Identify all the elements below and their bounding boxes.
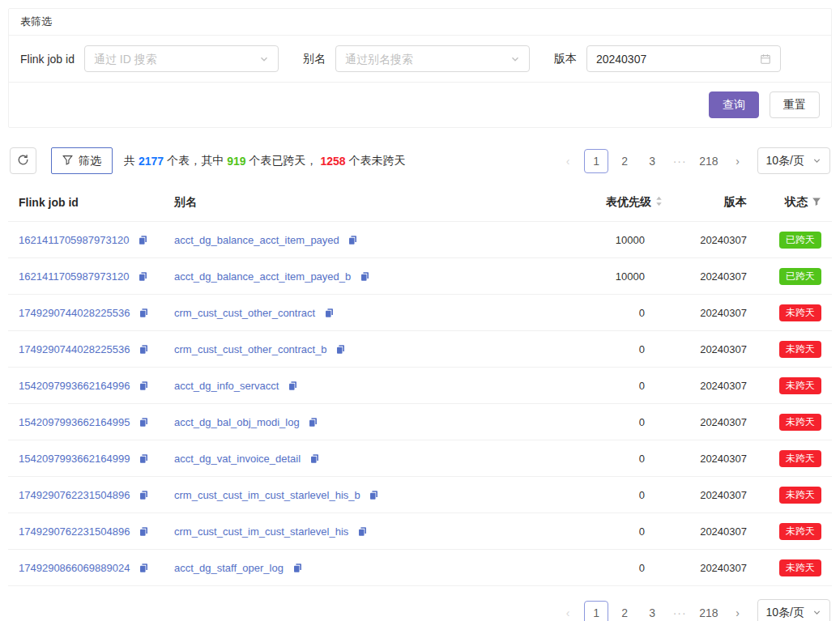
alias-link[interactable]: crm_cust_cust_im_cust_starlevel_his_b	[174, 489, 360, 501]
copy-icon[interactable]	[139, 563, 149, 573]
table-row: 1542097993662164996 acct_dg_info_servacc…	[8, 368, 832, 404]
next-page-button[interactable]: ›	[727, 149, 749, 173]
copy-icon[interactable]	[139, 344, 149, 355]
col-status-label: 状态	[785, 195, 808, 210]
copy-icon[interactable]	[360, 271, 370, 282]
page-button-3[interactable]: 3	[641, 601, 663, 621]
page-button-1[interactable]: 1	[584, 149, 608, 173]
summary-part4: 个表未跨天	[349, 154, 406, 168]
version-value: 20240307	[663, 270, 747, 283]
page-button-1[interactable]: 1	[584, 601, 608, 621]
page-button-218[interactable]: 218	[696, 601, 721, 621]
priority-value: 0	[527, 489, 663, 501]
copy-icon[interactable]	[369, 490, 379, 500]
status-cell: 未跨天	[747, 304, 821, 321]
flink-job-id-link[interactable]: 1542097993662164996	[19, 380, 130, 392]
copy-icon[interactable]	[357, 526, 368, 537]
page-ellipsis[interactable]: ···	[668, 601, 691, 621]
page-size-select[interactable]: 10条/页	[757, 599, 830, 621]
version-value-input[interactable]	[596, 53, 753, 66]
version-value: 20240307	[663, 562, 747, 574]
query-button[interactable]: 查询	[709, 91, 759, 118]
flink-job-id-link[interactable]: 1749290744028225536	[19, 343, 130, 355]
col-priority[interactable]: 表优先级	[527, 195, 663, 210]
copy-icon[interactable]	[139, 381, 149, 391]
col-alias: 别名	[174, 195, 527, 210]
flink-job-id-select[interactable]	[84, 45, 279, 72]
prev-page-button[interactable]: ‹	[556, 601, 579, 621]
alias-link[interactable]: acct_dg_balance_acct_item_payed_b	[174, 270, 351, 283]
next-page-button[interactable]: ›	[727, 601, 749, 621]
copy-icon[interactable]	[139, 308, 149, 318]
calendar-icon	[760, 53, 771, 65]
flink-job-id-link[interactable]: 1621411705987973120	[19, 234, 129, 246]
filter-funnel-icon[interactable]	[812, 196, 821, 209]
table-header: Flink job id 别名 表优先级 版本 状态	[8, 184, 832, 222]
flink-job-id-link[interactable]: 1542097993662164999	[19, 453, 130, 465]
alias-link[interactable]: crm_cust_cust_other_contract_b	[174, 343, 327, 355]
flink-job-id-link[interactable]: 1621411705987973120	[19, 270, 129, 283]
summary-total-count: 2177	[139, 155, 164, 168]
table-row: 1749290762231504896 crm_cust_cust_im_cus…	[8, 513, 832, 550]
refresh-button[interactable]	[10, 147, 36, 174]
alias-select[interactable]	[335, 45, 530, 72]
alias-link[interactable]: acct_dg_info_servacct	[174, 380, 279, 392]
copy-icon[interactable]	[309, 453, 320, 464]
filter-card-title: 表筛选	[9, 9, 831, 36]
table-row: 1621411705987973120 acct_dg_balance_acct…	[8, 222, 832, 258]
alias-link[interactable]: acct_dg_bal_obj_modi_log	[174, 416, 300, 428]
version-value: 20240307	[663, 380, 747, 392]
priority-value: 0	[527, 416, 663, 428]
col-status[interactable]: 状态	[747, 195, 821, 210]
status-badge: 已跨天	[779, 232, 821, 249]
flink-job-id-link[interactable]: 1749290762231504896	[19, 525, 130, 538]
chevron-down-icon	[812, 606, 821, 619]
flink-job-id-cell: 1621411705987973120	[19, 234, 174, 246]
flink-job-id-link[interactable]: 1749290744028225536	[19, 307, 130, 319]
version-date-input[interactable]	[586, 45, 781, 72]
reset-button[interactable]: 重置	[770, 91, 820, 118]
alias-cell: acct_dg_balance_acct_item_payed_b	[174, 270, 527, 283]
copy-icon[interactable]	[139, 490, 149, 500]
copy-icon[interactable]	[308, 417, 318, 427]
prev-page-button[interactable]: ‹	[556, 149, 579, 173]
summary-crossed-count: 919	[227, 155, 245, 168]
copy-icon[interactable]	[139, 453, 149, 464]
version-label: 版本	[554, 52, 577, 66]
page-button-3[interactable]: 3	[641, 149, 663, 173]
filter-toggle-button[interactable]: 筛选	[51, 147, 113, 174]
copy-icon[interactable]	[139, 417, 149, 427]
page-ellipsis[interactable]: ···	[668, 149, 691, 173]
copy-icon[interactable]	[324, 308, 335, 318]
copy-icon[interactable]	[139, 526, 149, 537]
priority-value: 10000	[527, 234, 663, 246]
flink-job-id-link[interactable]: 1749290866069889024	[19, 562, 130, 574]
flink-job-id-cell: 1542097993662164999	[19, 453, 174, 465]
copy-icon[interactable]	[348, 235, 358, 245]
page-button-218[interactable]: 218	[696, 149, 721, 173]
page-size-select[interactable]: 10条/页	[757, 147, 830, 174]
status-badge: 未跨天	[779, 304, 821, 321]
alias-search-input[interactable]	[345, 53, 504, 66]
alias-cell: acct_dg_vat_invoice_detail	[174, 453, 527, 465]
page-button-2[interactable]: 2	[613, 601, 636, 621]
summary-part3: 个表已跨天，	[249, 154, 318, 168]
alias-link[interactable]: acct_dg_staff_oper_log	[174, 562, 284, 574]
copy-icon[interactable]	[335, 344, 346, 355]
page-button-2[interactable]: 2	[613, 149, 636, 173]
copy-icon[interactable]	[292, 563, 303, 573]
alias-link[interactable]: acct_dg_balance_acct_item_payed	[174, 234, 339, 246]
copy-icon[interactable]	[138, 271, 148, 282]
copy-icon[interactable]	[138, 235, 148, 245]
table-body: 1621411705987973120 acct_dg_balance_acct…	[8, 222, 832, 586]
alias-link[interactable]: crm_cust_cust_other_contract	[174, 307, 315, 319]
alias-link[interactable]: crm_cust_cust_im_cust_starlevel_his	[174, 525, 348, 538]
status-cell: 未跨天	[747, 523, 821, 540]
status-badge: 未跨天	[779, 559, 821, 576]
flink-job-id-search-input[interactable]	[94, 53, 253, 66]
flink-job-id-cell: 1749290866069889024	[19, 562, 174, 574]
flink-job-id-link[interactable]: 1542097993662164995	[19, 416, 130, 428]
copy-icon[interactable]	[288, 381, 298, 391]
flink-job-id-link[interactable]: 1749290762231504896	[19, 489, 130, 501]
alias-link[interactable]: acct_dg_vat_invoice_detail	[174, 453, 301, 465]
